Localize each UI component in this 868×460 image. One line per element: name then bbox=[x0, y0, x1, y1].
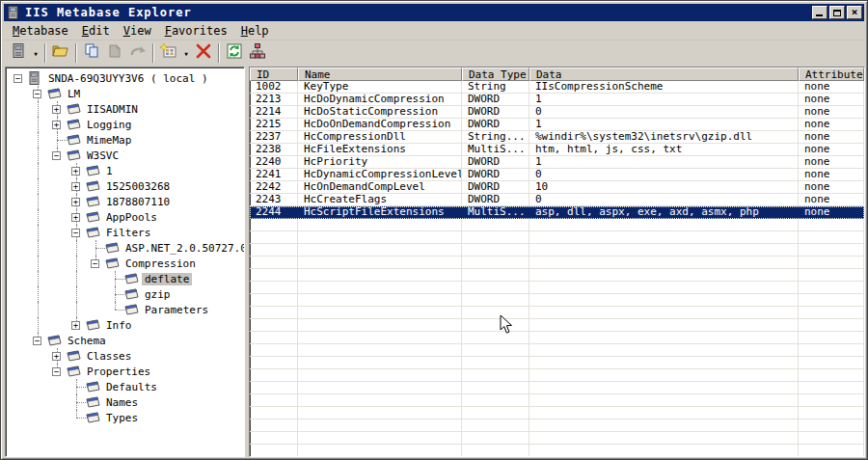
tree-node-label[interactable]: Names bbox=[103, 396, 141, 409]
expand-icon[interactable]: + bbox=[52, 105, 61, 114]
expand-icon[interactable]: + bbox=[71, 321, 80, 330]
tree-node[interactable]: +1878807110 bbox=[8, 194, 244, 209]
tree-node-label[interactable]: 1878807110 bbox=[103, 196, 173, 208]
table-row[interactable]: 2243HcCreateFlagsDWORD0none bbox=[250, 194, 864, 206]
table-row[interactable]: 2214HcDoStaticCompressionDWORD0none bbox=[250, 106, 864, 119]
tree-node-label[interactable]: LM bbox=[65, 88, 83, 100]
cell-name bbox=[298, 257, 462, 269]
tree-node-label[interactable]: ASP.NET_2.0.50727.0 bbox=[122, 242, 245, 255]
cell-data-type bbox=[462, 244, 529, 257]
tree-node[interactable]: −Properties bbox=[8, 364, 244, 379]
tree-node-label[interactable]: Logging bbox=[84, 119, 134, 131]
tree-node[interactable]: +Logging bbox=[8, 117, 244, 132]
tree-node-label[interactable]: IISADMIN bbox=[84, 103, 141, 116]
tree-node[interactable]: +IISADMIN bbox=[8, 101, 244, 117]
table-row[interactable]: 2240HcPriorityDWORD1none bbox=[250, 156, 864, 169]
expand-icon[interactable]: + bbox=[52, 121, 61, 129]
expand-icon[interactable]: + bbox=[71, 213, 80, 222]
connect-server-button[interactable] bbox=[7, 42, 30, 64]
tree-node[interactable]: gzip bbox=[8, 286, 244, 302]
copy-button[interactable] bbox=[80, 42, 103, 64]
collapse-icon[interactable]: − bbox=[33, 337, 41, 345]
column-header-attributes[interactable]: Attributes bbox=[799, 68, 864, 81]
tree-node[interactable]: ASP.NET_2.0.50727.0 bbox=[8, 240, 244, 256]
tree-node-label[interactable]: W3SVC bbox=[84, 149, 122, 162]
menu-edit[interactable]: Edit bbox=[75, 23, 117, 39]
table-row[interactable]: 1002KeyTypeStringIIsCompressionSchemenon… bbox=[250, 81, 864, 94]
menu-favorites[interactable]: Favorites bbox=[158, 23, 234, 39]
tree-node-label[interactable]: Compression bbox=[122, 257, 199, 270]
menu-help[interactable]: Help bbox=[234, 23, 276, 39]
close-button[interactable]: × bbox=[847, 6, 862, 19]
collapse-icon[interactable]: − bbox=[71, 229, 80, 237]
tree-node[interactable]: −LM bbox=[8, 86, 244, 101]
tree-node[interactable]: −SNDA-69Q3UYY3V6 ( local ) bbox=[8, 70, 244, 86]
expand-icon[interactable]: + bbox=[71, 198, 80, 206]
column-header-data-type[interactable]: Data Type bbox=[462, 68, 529, 81]
collapse-icon[interactable]: − bbox=[91, 259, 99, 268]
column-header-data[interactable]: Data bbox=[529, 68, 799, 81]
connect-server-dropdown[interactable]: ▼ bbox=[30, 42, 41, 64]
column-header-id[interactable]: ID bbox=[250, 68, 298, 81]
menu-metabase[interactable]: Metabase bbox=[6, 23, 75, 39]
tree-node-label[interactable]: MimeMap bbox=[84, 134, 134, 147]
tree-node-label[interactable]: AppPools bbox=[103, 211, 160, 224]
paste-button[interactable] bbox=[103, 42, 126, 64]
table-row[interactable]: 2241HcDynamicCompressionLevelDWORD0none bbox=[250, 169, 864, 181]
hierarchy-button[interactable] bbox=[246, 42, 269, 64]
tree-node-label[interactable]: Defaults bbox=[103, 381, 160, 393]
tree-node-label[interactable]: Parameters bbox=[142, 304, 211, 316]
tree-node-label[interactable]: deflate bbox=[142, 273, 192, 285]
titlebar[interactable]: IIS Metabase Explorer × bbox=[4, 4, 864, 21]
maximize-button[interactable] bbox=[829, 6, 845, 19]
new-record-dropdown[interactable]: ▼ bbox=[180, 42, 192, 64]
table-row[interactable]: 2213HcDoDynamicCompressionDWORD1none bbox=[250, 94, 864, 106]
tree-node[interactable]: +Classes bbox=[8, 348, 244, 364]
tree-node-label[interactable]: Filters bbox=[103, 227, 153, 239]
expand-icon[interactable]: + bbox=[71, 182, 80, 191]
table-row[interactable]: 2242HcOnDemandCompLevelDWORD10none bbox=[250, 181, 864, 194]
table-row[interactable]: 2237HcCompressionDllString...%windir%\sy… bbox=[250, 131, 864, 144]
tree-node[interactable]: −W3SVC bbox=[8, 148, 244, 163]
tree-node[interactable]: Defaults bbox=[8, 379, 244, 394]
collapse-icon[interactable]: − bbox=[52, 367, 61, 376]
tree-node[interactable]: Names bbox=[8, 394, 244, 410]
tree-node[interactable]: +AppPools bbox=[8, 209, 244, 225]
tree-node[interactable]: −Schema bbox=[8, 333, 244, 348]
tree-node-label[interactable]: Schema bbox=[65, 335, 109, 347]
menu-view[interactable]: View bbox=[117, 23, 158, 39]
tree-node[interactable]: +1525003268 bbox=[8, 178, 244, 194]
tree-node[interactable]: Parameters bbox=[8, 302, 244, 317]
tree-node-label[interactable]: 1 bbox=[103, 165, 116, 177]
key-icon bbox=[45, 334, 65, 347]
table-row[interactable]: 2215HcDoOnDemandCompressionDWORD1none bbox=[250, 119, 864, 131]
expand-icon[interactable]: + bbox=[52, 352, 61, 361]
table-row[interactable]: 2244HcScriptFileExtensionsMultiS...asp, … bbox=[250, 206, 864, 219]
tree-node-label[interactable]: Classes bbox=[84, 350, 134, 363]
undo-button[interactable] bbox=[126, 42, 149, 64]
refresh-button[interactable] bbox=[223, 42, 246, 64]
tree-node[interactable]: deflate bbox=[8, 271, 244, 286]
new-record-button[interactable] bbox=[157, 42, 180, 64]
tree-node-label[interactable]: Info bbox=[103, 319, 135, 332]
tree-node[interactable]: Types bbox=[8, 410, 244, 425]
tree-node-label[interactable]: 1525003268 bbox=[103, 180, 173, 193]
tree-node-label[interactable]: Types bbox=[103, 412, 141, 424]
expand-icon[interactable]: + bbox=[71, 167, 80, 176]
minimize-button[interactable] bbox=[812, 6, 827, 19]
collapse-icon[interactable]: − bbox=[33, 90, 41, 98]
collapse-icon[interactable]: − bbox=[14, 74, 22, 83]
tree-node[interactable]: +Info bbox=[8, 317, 244, 333]
open-button[interactable] bbox=[49, 42, 72, 64]
tree-node-label[interactable]: gzip bbox=[142, 288, 174, 301]
tree-node[interactable]: MimeMap bbox=[8, 132, 244, 148]
tree-node-label[interactable]: Properties bbox=[84, 365, 153, 378]
table-row[interactable]: 2238HcFileExtensionsMultiS...htm, html, … bbox=[250, 144, 864, 156]
tree-node[interactable]: +1 bbox=[8, 163, 244, 178]
delete-button[interactable] bbox=[192, 42, 215, 64]
tree-node[interactable]: −Filters bbox=[8, 225, 244, 240]
tree-node[interactable]: −Compression bbox=[8, 256, 244, 271]
tree-node-label[interactable]: SNDA-69Q3UYY3V6 ( local ) bbox=[45, 72, 211, 85]
collapse-icon[interactable]: − bbox=[52, 151, 61, 160]
column-header-name[interactable]: Name bbox=[298, 68, 462, 81]
